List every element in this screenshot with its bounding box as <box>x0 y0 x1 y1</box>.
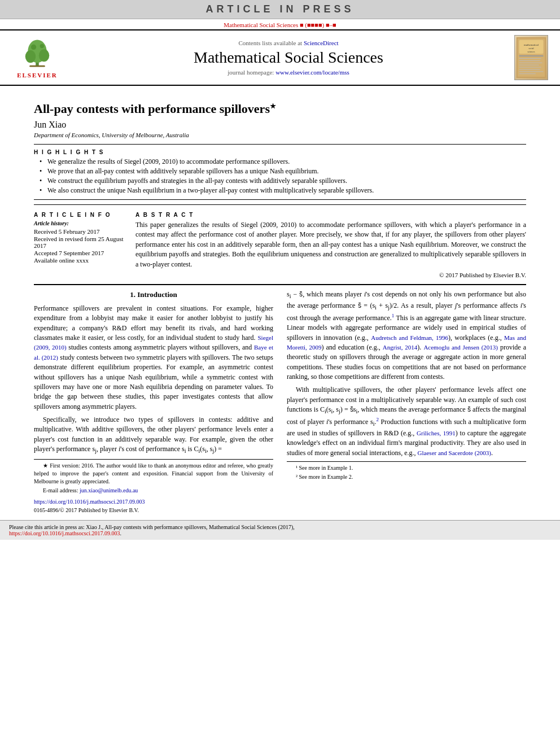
cite-audretsch[interactable]: Audretsch and Feldman, 1996 <box>371 334 448 341</box>
highlights-list: We generalize the results of Siegel (200… <box>34 158 526 195</box>
highlights-divider <box>34 144 526 145</box>
footnote-area-right: ¹ See more in Example 1. ² See more in E… <box>287 461 526 481</box>
body-para-1: Performance spillovers are prevalent in … <box>34 304 273 412</box>
highlight-item-3: We construct the equilibrium payoffs and… <box>40 177 526 185</box>
article-info-abstract: A R T I C L E I N F O Article history: R… <box>34 204 526 278</box>
author-name: Jun Xiao <box>34 120 526 130</box>
svg-text:sciences: sciences <box>528 51 535 53</box>
contents-line: Contents lists available at ScienceDirec… <box>65 40 511 46</box>
journal-header: ELSEVIER Contents lists available at Sci… <box>0 29 560 86</box>
svg-rect-14 <box>519 58 541 59</box>
received-date: Received 5 February 2017 <box>34 228 124 235</box>
journal-link-bar: Mathematical Social Sciences ■ (■■■■) ■–… <box>0 19 560 29</box>
main-content: All-pay contests with performance spillo… <box>0 86 560 514</box>
cite-griliches[interactable]: Griliches, 1991 <box>417 430 456 436</box>
body-divider <box>34 284 526 285</box>
abstract-text: This paper generalizes the results of Si… <box>135 220 526 269</box>
svg-rect-4 <box>29 65 45 67</box>
svg-point-2 <box>25 50 36 63</box>
svg-point-5 <box>31 45 36 50</box>
homepage-link[interactable]: www.elsevier.com/locate/mss <box>275 69 349 76</box>
cite-glaeser[interactable]: Glaeser and Sacerdote (2003) <box>418 449 491 456</box>
citation-bar: Please cite this article in press as: Xi… <box>0 520 560 540</box>
author-affiliation: Department of Economics, University of M… <box>34 132 526 138</box>
journal-homepage: journal homepage: www.elsevier.com/locat… <box>65 69 511 76</box>
sciencedirect-link[interactable]: ScienceDirect <box>304 40 339 46</box>
highlight-item-2: We prove that an all-pay contest with ad… <box>40 167 526 176</box>
article-info-col: A R T I C L E I N F O Article history: R… <box>34 208 124 278</box>
svg-text:social: social <box>528 47 533 50</box>
title-star: ★ <box>270 102 276 110</box>
section1-heading: 1. Introduction <box>34 290 273 300</box>
journal-cover-box: mathematical social sciences <box>514 35 548 80</box>
highlight-item-4: We also construct the unique Nash equili… <box>40 186 526 195</box>
article-in-press-banner: ARTICLE IN PRESS <box>0 0 560 19</box>
svg-point-3 <box>39 49 49 62</box>
issn-text: 0165-4896/© 2017 Published by Elsevier B… <box>34 507 139 513</box>
journal-link[interactable]: Mathematical Social Sciences <box>224 21 300 28</box>
body-para-4: With multiplicative spillovers, the othe… <box>287 385 526 458</box>
elsevier-label: ELSEVIER <box>17 72 58 78</box>
history-label: Article history: <box>34 220 124 226</box>
footnote-area: ★ First version: 2016. The author would … <box>34 459 273 495</box>
svg-rect-17 <box>519 65 539 65</box>
highlights-label: H I G H L I G H T S <box>34 149 526 155</box>
svg-text:mathematical: mathematical <box>524 43 539 46</box>
cite-siegel[interactable]: Siegel (2009, 2010) <box>34 334 273 351</box>
star-footnote: ★ First version: 2016. The author would … <box>34 462 273 486</box>
elsevier-logo: ELSEVIER <box>9 37 65 78</box>
body-col-left: 1. Introduction Performance spillovers a… <box>34 290 273 514</box>
doi-area: https://doi.org/10.1016/j.mathsocsci.201… <box>34 498 273 514</box>
abstract-col: A B S T R A C T This paper generalizes t… <box>135 208 526 278</box>
revised-date: Received in revised form 25 August 2017 <box>34 235 124 249</box>
svg-rect-13 <box>519 55 544 56</box>
body-para-3: si − s̄, which means player i's cost dep… <box>287 290 526 382</box>
journal-title-center: Contents lists available at ScienceDirec… <box>65 40 511 76</box>
article-history: Article history: Received 5 February 201… <box>34 220 124 264</box>
svg-rect-19 <box>519 69 540 69</box>
footnote-2: ² See more in Example 2. <box>287 473 526 481</box>
svg-rect-15 <box>519 60 540 61</box>
article-info-divider <box>34 199 526 200</box>
article-info-label: A R T I C L E I N F O <box>34 212 124 218</box>
citation-doi-link[interactable]: https://doi.org/10.1016/j.mathsocsci.201… <box>9 530 120 536</box>
body-para-2: Specifically, we introduce two types of … <box>34 415 273 456</box>
available-date: Available online xxxx <box>34 257 124 264</box>
highlight-item-1: We generalize the results of Siegel (200… <box>40 158 526 166</box>
accepted-date: Accepted 7 September 2017 <box>34 250 124 256</box>
article-title: All-pay contests with performance spillo… <box>34 102 526 116</box>
journal-issue-info: ■ (■■■■) ■–■ <box>300 21 336 28</box>
email-link[interactable]: jun.xiao@unimelb.edu.au <box>80 487 138 493</box>
cite-acemoglu[interactable]: Acemoglu and Jensen (2013) <box>423 344 498 351</box>
journal-main-title: Mathematical Social Sciences <box>65 49 511 67</box>
email-footnote: E-mail address: jun.xiao@unimelb.edu.au <box>34 487 273 495</box>
svg-rect-16 <box>519 63 542 63</box>
doi-link[interactable]: https://doi.org/10.1016/j.mathsocsci.201… <box>34 499 145 505</box>
journal-cover-image: mathematical social sciences <box>511 35 551 80</box>
svg-rect-18 <box>519 67 541 68</box>
copyright-line: © 2017 Published by Elsevier B.V. <box>135 272 526 278</box>
cite-angrist[interactable]: Angrist, 2014 <box>383 344 418 351</box>
footnote-1: ¹ See more in Example 1. <box>287 464 526 472</box>
mathematical-social-sciences-citation: Mathematical Social Sciences <box>209 524 277 530</box>
body-content: 1. Introduction Performance spillovers a… <box>34 290 526 514</box>
body-col-right: si − s̄, which means player i's cost dep… <box>287 290 526 514</box>
svg-rect-21 <box>519 73 536 74</box>
svg-rect-20 <box>519 71 544 72</box>
cite-baye[interactable]: Baye et al. (2012) <box>34 344 273 360</box>
svg-point-6 <box>40 44 44 48</box>
abstract-label: A B S T R A C T <box>135 212 526 218</box>
citation-text: Please cite this article in press as: Xi… <box>9 524 295 530</box>
